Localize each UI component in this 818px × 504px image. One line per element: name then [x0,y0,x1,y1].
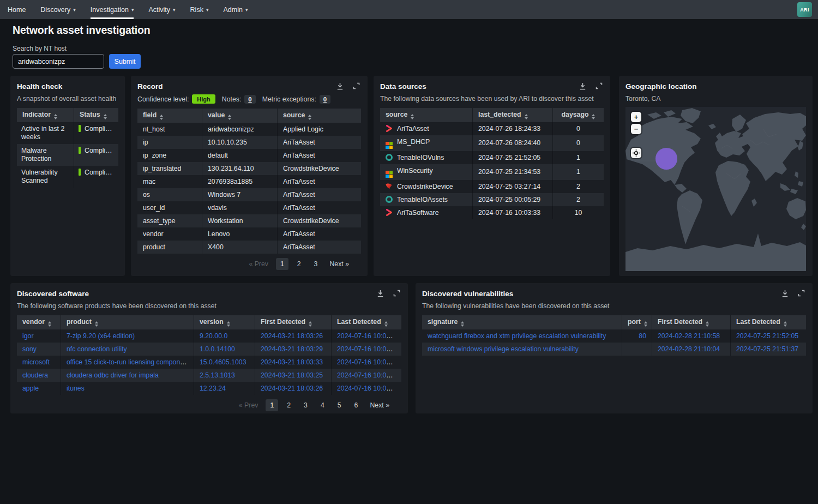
map[interactable]: + − [625,107,806,271]
table-link[interactable]: 2024-02-28 21:10:58 [658,332,720,340]
expand-icon[interactable] [393,290,400,297]
table-link[interactable]: itunes [67,385,85,392]
pagination-page-3[interactable]: 3 [299,399,312,411]
metric-exceptions-count-badge[interactable]: 0 [320,95,330,104]
download-icon[interactable] [781,290,789,297]
notes-count-badge[interactable]: 0 [244,95,255,104]
table-link[interactable]: 2024-03-21 18:03:29 [261,345,323,353]
table-link[interactable]: 2024-07-25 21:52:05 [736,332,798,340]
table-link[interactable]: 2024-02-28 21:10:04 [658,345,720,353]
table-link[interactable]: microsoft windows privilege escalation v… [428,345,579,353]
expand-icon[interactable] [596,82,603,90]
table-cell-text: MS_DHCP [397,138,430,146]
table-link[interactable]: 2.5.13.1013 [200,371,235,379]
pagination-page-2[interactable]: 2 [282,399,295,411]
column-header-daysago[interactable]: daysago [552,108,604,122]
data-sources-table: sourcelast_detecteddaysago AriTaAsset202… [380,108,604,219]
pagination-page-1[interactable]: 1 [276,258,288,270]
table-link[interactable]: 9.20.00.0 [200,332,227,340]
ari-logo[interactable]: ARI [797,2,812,17]
table-link[interactable]: apple [22,385,39,392]
column-header-source[interactable]: source [277,109,361,123]
pagination-page-1[interactable]: 1 [266,399,278,411]
nav-item-discovery[interactable]: Discovery▾ [40,0,75,19]
table-link[interactable]: 15.0.4605.1003 [200,358,246,366]
table-link[interactable]: office 15 click-to-run licensing compone… [67,358,189,366]
column-header-product[interactable]: product [61,315,194,329]
nav-item-admin[interactable]: Admin▾ [223,0,248,19]
column-header-last-detected[interactable]: last_detected [472,108,552,122]
expand-icon[interactable] [353,82,360,90]
table-link[interactable]: 7-zip 9.20 (x64 edition) [67,332,135,340]
column-header-first-detected[interactable]: First Detected [255,315,331,329]
table-link[interactable]: 2024-03-21 18:03:33 [261,358,323,366]
table-link[interactable]: 2024-07-25 21:51:37 [736,345,798,353]
table-link[interactable]: watchguard firebox and xtm privilege esc… [428,332,606,340]
table-link[interactable]: 12.23.24 [200,385,226,392]
column-header-value[interactable]: value [202,109,277,123]
column-header-last-detected[interactable]: Last Detected [331,315,401,329]
table-link[interactable]: 2024-07-16 10:03:33 [337,345,399,353]
column-header-port[interactable]: port [622,315,652,329]
table-link[interactable]: cloudera [22,371,48,379]
column-header-status[interactable]: Status [74,108,118,122]
table-row: nt_hostaridwabconizpzApplied Logic [137,123,361,136]
pagination-page-4[interactable]: 4 [316,399,329,411]
table-cell: 1 [552,151,604,164]
column-label: field [143,111,157,119]
submit-button[interactable]: Submit [109,54,141,69]
table-cell: 2024-07-25 21:52:05 [472,151,552,164]
map-zoom-out-button[interactable]: − [631,124,641,134]
table-cell: microsoft windows privilege escalation v… [422,343,622,356]
table-link[interactable]: 2024-03-21 18:03:25 [261,371,323,379]
tenable-icon [386,196,393,203]
column-header-first-detected[interactable]: First Detected [652,315,730,329]
column-header-vendor[interactable]: vendor [17,315,61,329]
download-icon[interactable] [377,290,384,297]
map-locate-button[interactable] [631,148,641,158]
column-header-version[interactable]: version [194,315,255,329]
nav-item-activity[interactable]: Activity▾ [148,0,175,19]
pagination-prev[interactable]: « Prev [236,399,262,411]
download-icon[interactable] [336,82,344,90]
column-header-source[interactable]: source [380,108,472,122]
column-header-field[interactable]: field [137,109,202,123]
nav-item-investigation[interactable]: Investigation▾ [91,0,134,19]
table-link[interactable]: igor [22,332,34,340]
table-row: asset_typeWorkstationCrowdstrikeDevice [137,214,361,227]
nav-item-risk[interactable]: Risk▾ [190,0,209,19]
column-header-signature[interactable]: signature [422,315,622,329]
table-cell: 2024-03-21 18:03:26 [255,382,331,395]
table-link[interactable]: cloudera odbc driver for impala [67,371,159,379]
map-zoom-in-button[interactable]: + [631,112,641,122]
pagination-page-6[interactable]: 6 [350,399,363,411]
download-icon[interactable] [579,82,586,90]
pagination-page-2[interactable]: 2 [293,258,305,270]
column-header-indicator[interactable]: Indicator [17,108,74,122]
table-cell: 2024-02-28 21:10:58 [652,329,730,343]
nav-item-home[interactable]: Home [8,0,26,19]
table-link[interactable]: 1.0.0.14100 [200,345,235,353]
table-link[interactable]: nfc connection utility [67,345,127,353]
pagination-page-5[interactable]: 5 [333,399,346,411]
table-cell: CrowdstrikeDevice [277,214,361,227]
pagination-page-3[interactable]: 3 [310,258,322,270]
expand-icon[interactable] [798,290,805,297]
table-link[interactable]: 2024-07-16 10:03:32 [337,371,399,379]
column-header-last-detected[interactable]: Last Detected [730,315,806,329]
table-link[interactable]: 2024-07-16 10:03:33 [337,332,399,340]
pagination-next[interactable]: Next » [326,258,352,270]
search-label: Search by NT host [13,45,67,52]
confidence-badge[interactable]: High [192,94,215,104]
table-link[interactable]: 2024-07-16 10:03:32 [337,385,399,392]
pagination-next[interactable]: Next » [366,399,393,411]
table-link[interactable]: microsoft [22,358,50,366]
pagination-prev[interactable]: « Prev [245,258,272,270]
table-row: Malware ProtectionCompliant [17,144,118,166]
table-link[interactable]: 2024-03-21 18:03:26 [261,385,323,392]
table-link[interactable]: 80 [639,332,646,340]
table-link[interactable]: sony [22,345,37,353]
table-link[interactable]: 2024-07-16 10:03:33 [337,358,399,366]
nt-host-input[interactable] [13,54,104,69]
table-link[interactable]: 2024-03-21 18:03:26 [261,332,323,340]
